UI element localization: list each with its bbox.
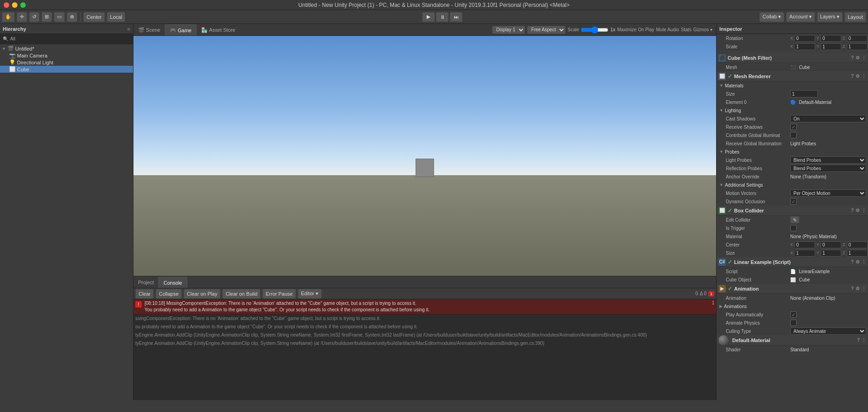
scale-z-input[interactable] (847, 43, 868, 50)
toolbar-transform-scale[interactable]: ⊞ (41, 12, 52, 22)
scale-y-input[interactable] (821, 43, 841, 50)
box-collider-actions: ? ⚙ ⋮ (851, 208, 866, 213)
console-error-row-1[interactable]: ! [08:10:18] MissingComponentException: … (133, 299, 716, 315)
clear-btn[interactable]: Clear (135, 289, 154, 299)
animate-physics-checkbox[interactable] (790, 320, 797, 326)
box-collider-check: ✓ (728, 207, 732, 214)
play-button[interactable]: ▶ (422, 12, 435, 22)
mesh-filter-help-btn[interactable]: ? (851, 55, 854, 60)
bc-size-z-input[interactable] (847, 250, 868, 257)
mesh-filter-menu-btn[interactable]: ⋮ (862, 55, 866, 60)
mesh-filter-header[interactable]: ⬛ Cube (Mesh Filter) ? ⚙ ⋮ (717, 53, 868, 63)
contribute-gi-checkbox[interactable] (790, 132, 797, 138)
toolbar-local-btn[interactable]: Local (107, 12, 125, 22)
hierarchy-menu-btn[interactable]: ≡ (127, 26, 130, 32)
tab-asset-store[interactable]: 🏪 Asset Store (197, 24, 240, 35)
clear-on-play-btn[interactable]: Clear on Play (184, 289, 220, 299)
layers-button[interactable]: Layers ▾ (817, 12, 843, 22)
probes-section-header[interactable]: ▼ Probes (717, 148, 868, 156)
dm-menu-btn[interactable]: ⋮ (862, 338, 866, 343)
culling-type-select[interactable]: Always Animate (790, 327, 866, 335)
mute-audio-btn[interactable]: Mute Audio (656, 27, 679, 32)
le-help-btn[interactable]: ? (851, 259, 854, 264)
tab-project[interactable]: Project (133, 277, 158, 288)
le-menu-btn[interactable]: ⋮ (862, 259, 866, 264)
stats-btn[interactable]: Stats (681, 27, 692, 32)
linear-example-header[interactable]: C# ✓ Linear Example (Script) ? ⚙ ⋮ (717, 257, 868, 267)
center-x-input[interactable] (794, 241, 815, 248)
scale-x-input[interactable] (794, 43, 815, 50)
maximize-btn[interactable] (20, 2, 26, 8)
bc-help-btn[interactable]: ? (851, 208, 854, 213)
bc-menu-btn[interactable]: ⋮ (862, 208, 866, 213)
tab-console[interactable]: Console (158, 277, 187, 288)
mesh-filter-settings-btn[interactable]: ⚙ (856, 55, 860, 60)
receive-shadows-checkbox[interactable]: ✓ (790, 124, 797, 130)
anim-help-btn[interactable]: ? (851, 286, 854, 291)
clear-on-build-btn[interactable]: Clear on Build (222, 289, 260, 299)
toolbar-transform-move[interactable]: ✛ (17, 12, 27, 22)
toolbar-transform-rotate[interactable]: ↺ (29, 12, 40, 22)
light-probes-select[interactable]: Blend Probes (790, 156, 866, 164)
edit-collider-btn[interactable]: ✎ (790, 216, 799, 223)
toolbar-transform-multi[interactable]: ⊕ (67, 12, 77, 22)
display-select[interactable]: Display 1 (492, 26, 525, 34)
bc-size-y-input[interactable] (821, 250, 841, 257)
rotation-x-input[interactable] (794, 35, 815, 42)
animations-section-header[interactable]: ▶ Animations (717, 302, 868, 310)
hierarchy-item-camera[interactable]: 📷 Main Camera (0, 52, 133, 59)
bc-size-x-input[interactable] (794, 250, 815, 257)
maximize-on-play-btn[interactable]: Maximize On Play (617, 27, 654, 32)
mesh-renderer-header[interactable]: ⬜ ✓ Mesh Renderer ? ⚙ ⋮ (717, 71, 868, 81)
collab-button[interactable]: Collab ▾ (759, 12, 784, 22)
rotation-y-input[interactable] (821, 35, 841, 42)
dm-help-btn[interactable]: ? (857, 338, 860, 343)
game-tab-label: Game (178, 28, 191, 33)
close-btn[interactable] (4, 2, 9, 8)
default-material-header[interactable]: Default-Material ? ⋮ (717, 335, 868, 345)
pause-button[interactable]: ⏸ (436, 12, 449, 22)
gizmos-btn[interactable]: Gizmos ▾ (693, 27, 712, 32)
materials-section-header[interactable]: ▼ Materials (717, 81, 868, 90)
bc-settings-btn[interactable]: ⚙ (856, 208, 860, 213)
game-tab-icon: 🎮 (170, 27, 176, 33)
aspect-select[interactable]: Free Aspect (527, 26, 566, 34)
mr-help-btn[interactable]: ? (851, 74, 854, 79)
dynamic-occlusion-checkbox[interactable]: ✓ (790, 198, 797, 205)
rotation-label: Rotation (726, 36, 790, 41)
lighting-section-header[interactable]: ▼ Lighting (717, 106, 868, 114)
box-collider-header[interactable]: ⬜ ✓ Box Collider ? ⚙ ⋮ (717, 206, 868, 216)
mr-settings-btn[interactable]: ⚙ (856, 74, 860, 79)
toolbar-transform-rect[interactable]: ▭ (54, 12, 65, 22)
additional-settings-header[interactable]: ▼ Additional Settings (717, 181, 868, 189)
layout-button[interactable]: Layout (845, 12, 866, 22)
animation-header[interactable]: ▶ ✓ Animation ? ⚙ ⋮ (717, 284, 868, 294)
is-trigger-checkbox[interactable] (790, 225, 797, 231)
anim-settings-btn[interactable]: ⚙ (856, 286, 860, 291)
hierarchy-item-scene[interactable]: ▼ 🎬 Untitled* (0, 45, 133, 52)
scale-slider[interactable] (581, 26, 608, 34)
editor-btn[interactable]: Editor ▾ (298, 289, 322, 299)
cast-shadows-select[interactable]: On (790, 115, 866, 122)
tab-scene[interactable]: 🎬 Scene (133, 24, 165, 35)
account-button[interactable]: Account ▾ (786, 12, 815, 22)
motion-vectors-select[interactable]: Per Object Motion (790, 189, 866, 197)
error-pause-btn[interactable]: Error Pause (262, 289, 296, 299)
tab-game[interactable]: 🎮 Game (165, 24, 197, 35)
rotation-z-input[interactable] (847, 35, 868, 42)
toolbar-transform-hand[interactable]: ✋ (2, 12, 15, 22)
play-auto-checkbox[interactable]: ✓ (790, 311, 797, 318)
mr-menu-btn[interactable]: ⋮ (862, 74, 866, 79)
minimize-btn[interactable] (12, 2, 17, 8)
center-z-input[interactable] (847, 241, 868, 248)
reflection-probes-select[interactable]: Blend Probes (790, 165, 866, 172)
size-input[interactable] (790, 90, 818, 97)
hierarchy-item-cube[interactable]: ⬜ Cube (0, 66, 133, 73)
center-y-input[interactable] (821, 241, 841, 248)
toolbar-center-btn[interactable]: Center (83, 12, 105, 22)
hierarchy-item-light[interactable]: 💡 Directional Light (0, 59, 133, 66)
collapse-btn[interactable]: Collapse (156, 289, 182, 299)
le-settings-btn[interactable]: ⚙ (856, 259, 860, 264)
anim-menu-btn[interactable]: ⋮ (862, 286, 866, 291)
step-button[interactable]: ⏭ (450, 12, 463, 22)
